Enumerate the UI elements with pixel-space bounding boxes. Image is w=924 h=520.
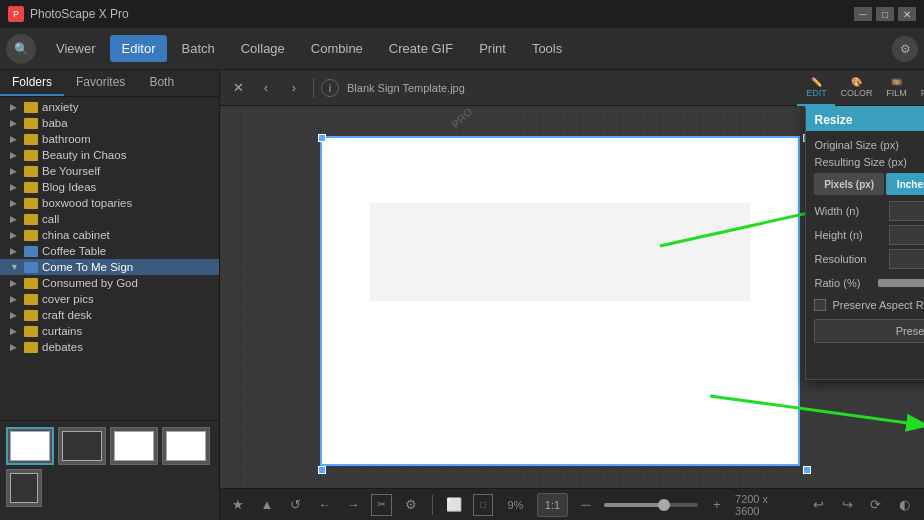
presets-button[interactable]: Presets ... (814, 319, 924, 343)
prev-button[interactable]: ‹ (254, 76, 278, 100)
close-file-button[interactable]: ✕ (226, 76, 250, 100)
titlebar-controls: ─ □ ✕ (854, 7, 916, 21)
folder-list: ▶anxiety ▶baba ▶bathroom ▶Beauty in Chao… (0, 97, 219, 420)
triangle-icon[interactable]: ▲ (257, 494, 278, 516)
zoom-out-icon[interactable]: ─ (576, 494, 597, 516)
list-item-selected[interactable]: ▼Come To Me Sign (0, 259, 219, 275)
list-item[interactable]: ▶bathroom (0, 131, 219, 147)
undo-icon[interactable]: ↩ (808, 494, 829, 516)
bottom-bar: ★ ▲ ↺ ← → ✂ ⚙ ⬜ □ 9% 1:1 ─ + 7200 x 3600… (220, 488, 924, 520)
film-icon: 🎞️ (891, 77, 902, 87)
resize-handle-br[interactable] (803, 466, 811, 474)
zoom-percent: 9% (501, 499, 529, 511)
nav-viewer[interactable]: Viewer (44, 35, 108, 62)
thumbnail[interactable] (58, 427, 106, 465)
resize-title: Resize (814, 113, 852, 127)
ratio-bar (878, 279, 924, 287)
tab-favorites[interactable]: Favorites (64, 70, 137, 96)
list-item[interactable]: ▶curtains (0, 323, 219, 339)
list-item[interactable]: ▶call (0, 211, 219, 227)
list-item[interactable]: ▶craft desk (0, 307, 219, 323)
pixels-tab[interactable]: Pixels (px) (814, 173, 883, 195)
height-input[interactable] (889, 225, 924, 245)
navbar: 🔍 Viewer Editor Batch Collage Combine Cr… (0, 28, 924, 70)
forward-icon[interactable]: → (343, 494, 364, 516)
preserve-aspect-row: Preserve Aspect Ratio (814, 299, 924, 311)
compare-icon[interactable]: ◐ (894, 494, 915, 516)
list-item[interactable]: ▶cover pics (0, 291, 219, 307)
info-button[interactable]: i (321, 79, 339, 97)
redo-icon[interactable]: ↪ (837, 494, 858, 516)
height-row: Height (n) ▲ ▼ (814, 225, 924, 245)
thumbnail[interactable] (6, 469, 42, 507)
resolution-input[interactable] (889, 249, 924, 269)
settings-icon-bottom[interactable]: ⚙ (400, 494, 421, 516)
settings-icon[interactable]: ⚙ (892, 36, 918, 62)
list-item[interactable]: ▶china cabinet (0, 227, 219, 243)
resulting-size-row: Resulting Size (px) 7200 x 3600 (814, 156, 924, 168)
crop-icon[interactable]: ✂ (371, 494, 392, 516)
back-icon[interactable]: ← (314, 494, 335, 516)
thumbnail[interactable] (6, 427, 54, 465)
resulting-size-label: Resulting Size (px) (814, 156, 924, 168)
list-item[interactable]: ▶anxiety (0, 99, 219, 115)
canvas-image (320, 136, 800, 466)
rotate-left-icon[interactable]: ↺ (285, 494, 306, 516)
width-input[interactable] (889, 201, 924, 221)
thumbnail[interactable] (162, 427, 210, 465)
edit-label: EDIT (806, 88, 827, 98)
resize-dialog: Resize ✕ Original Size (px) 7200 x 3600 … (805, 106, 924, 380)
original-size-row: Original Size (px) 7200 x 3600 (814, 139, 924, 151)
nav-tools[interactable]: Tools (520, 35, 574, 62)
nav-batch[interactable]: Batch (169, 35, 226, 62)
select-tool-icon[interactable]: ⬜ (444, 494, 465, 516)
list-item[interactable]: ▶Blog Ideas (0, 179, 219, 195)
search-icon[interactable]: 🔍 (6, 34, 36, 64)
resize-handle-bl[interactable] (318, 466, 326, 474)
list-item[interactable]: ▶Be Yourself (0, 163, 219, 179)
nav-combine[interactable]: Combine (299, 35, 375, 62)
close-button[interactable]: ✕ (898, 7, 916, 21)
maximize-button[interactable]: □ (876, 7, 894, 21)
refresh-icon[interactable]: ⟳ (865, 494, 886, 516)
inches-tab[interactable]: Inches (n) (886, 173, 924, 195)
list-item[interactable]: ▶boxwood toparies (0, 195, 219, 211)
canvas-area[interactable]: PRO (220, 106, 924, 488)
nav-print[interactable]: Print (467, 35, 518, 62)
list-item[interactable]: ▶Coffee Table (0, 243, 219, 259)
edit-button[interactable]: ✏️ EDIT (797, 70, 835, 106)
resize-icon[interactable]: □ (473, 494, 494, 516)
divider (313, 78, 314, 98)
list-item[interactable]: ▶Consumed by God (0, 275, 219, 291)
dialog-actions: ✕ Cancel (814, 349, 924, 371)
preserve-aspect-checkbox[interactable] (814, 299, 826, 311)
zoom-preset-button[interactable]: 1:1 (537, 493, 567, 517)
minimize-button[interactable]: ─ (854, 7, 872, 21)
width-label: Width (n) (814, 205, 889, 217)
list-item[interactable]: ▶debates (0, 339, 219, 355)
frame-button[interactable]: ⬜ FRAME (917, 70, 924, 106)
zoom-slider[interactable] (604, 503, 698, 507)
list-item[interactable]: ▶baba (0, 115, 219, 131)
nav-editor[interactable]: Editor (110, 35, 168, 62)
width-row: Width (n) ▲ ▼ (814, 201, 924, 221)
unit-selector: Pixels (px) Inches (n) cm (814, 173, 924, 195)
resize-dialog-title-bar: Resize ✕ (806, 109, 924, 131)
film-button[interactable]: 🎞️ FILM (877, 70, 915, 106)
thumbnail[interactable] (110, 427, 158, 465)
list-item[interactable]: ▶Beauty in Chaos (0, 147, 219, 163)
color-button[interactable]: 🎨 COLOR (837, 70, 875, 106)
nav-collage[interactable]: Collage (229, 35, 297, 62)
preserve-aspect-label: Preserve Aspect Ratio (832, 299, 924, 311)
height-label: Height (n) (814, 229, 889, 241)
titlebar-left: P PhotoScape X Pro (8, 6, 129, 22)
star-icon[interactable]: ★ (228, 494, 249, 516)
app-title: PhotoScape X Pro (30, 7, 129, 21)
nav-creategif[interactable]: Create GIF (377, 35, 465, 62)
zoom-in-icon[interactable]: + (706, 494, 727, 516)
resize-handle-tl[interactable] (318, 134, 326, 142)
color-icon: 🎨 (851, 77, 862, 87)
tab-folders[interactable]: Folders (0, 70, 64, 96)
next-button[interactable]: › (282, 76, 306, 100)
tab-both[interactable]: Both (137, 70, 186, 96)
